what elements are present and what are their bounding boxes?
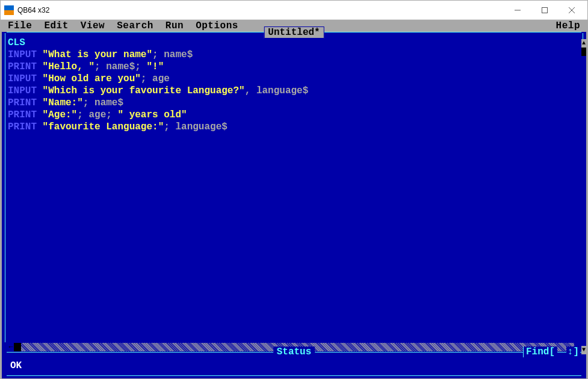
editor-body: CLSINPUT "What is your name"; name$PRINT… — [2, 33, 586, 342]
vertical-scrollbar[interactable]: ▲ ▼ — [581, 39, 586, 354]
code-token: language$ — [175, 122, 227, 132]
code-token: ; — [77, 109, 88, 120]
close-button[interactable] — [558, 1, 585, 19]
code-token: "Hello, " — [43, 61, 94, 72]
code-token: PRINT — [8, 61, 43, 72]
menu-options[interactable]: Options — [190, 20, 244, 31]
code-line[interactable]: INPUT "How old are you"; age — [8, 73, 580, 85]
menu-run[interactable]: Run — [159, 20, 190, 31]
close-icon — [569, 7, 575, 13]
editor-left-border — [2, 33, 7, 342]
scroll-thumb-v[interactable] — [581, 48, 586, 56]
status-message: OK — [7, 360, 581, 372]
code-token: ; — [135, 61, 146, 72]
scroll-down-icon[interactable]: ▼ — [581, 346, 586, 354]
menu-file[interactable]: File — [2, 20, 38, 31]
code-token: CLS — [8, 37, 25, 48]
window-title: QB64 x32 — [17, 6, 49, 14]
app-icon — [4, 5, 14, 15]
find-label[interactable]: Find[ — [523, 347, 557, 357]
code-token: PRINT — [8, 97, 43, 108]
code-line[interactable]: PRINT "Hello, "; name$; "!" — [8, 61, 580, 73]
code-token: "favourite Language:" — [43, 122, 164, 132]
scroll-thumb-h[interactable] — [14, 343, 21, 351]
minimize-button[interactable] — [504, 1, 531, 19]
code-editor[interactable]: CLSINPUT "What is your name"; name$PRINT… — [7, 33, 581, 342]
code-token: age — [88, 109, 106, 120]
code-token: "What is your name" — [43, 49, 152, 60]
status-label: Status — [273, 347, 315, 357]
code-token: PRINT — [8, 122, 43, 132]
menu-view[interactable]: View — [75, 20, 111, 31]
code-token: name$ — [106, 61, 135, 72]
code-token: ; — [141, 73, 152, 84]
code-token: "How old are you" — [43, 73, 141, 84]
code-line[interactable]: INPUT "Which is your favourite Language?… — [8, 85, 580, 97]
code-token: "Age:" — [43, 109, 78, 120]
maximize-icon — [542, 7, 548, 13]
code-line[interactable]: CLS — [8, 37, 580, 49]
code-token: "Name:" — [43, 97, 83, 108]
code-line[interactable]: INPUT "What is your name"; name$ — [8, 49, 580, 61]
titlebar[interactable]: QB64 x32 — [1, 1, 587, 20]
editor-bottom-border — [7, 375, 581, 376]
code-token: ; — [106, 109, 117, 120]
scroll-left-icon[interactable]: ← — [8, 343, 14, 351]
code-token: age — [152, 73, 170, 84]
code-token: language$ — [256, 85, 308, 96]
svg-rect-1 — [542, 7, 547, 13]
code-token: PRINT — [8, 109, 43, 120]
status-bar-border: Status Find[ ↕] — [7, 352, 581, 360]
code-token: ; — [152, 49, 164, 60]
menu-help[interactable]: Help — [550, 20, 586, 31]
ide-area: File Edit View Search Run Options Help U… — [1, 20, 587, 378]
editor-frame: Untitled* CLSINPUT "What is your name"; … — [2, 32, 586, 378]
code-token: name$ — [164, 49, 193, 60]
menu-edit[interactable]: Edit — [38, 20, 74, 31]
code-token: ; — [164, 122, 175, 132]
scroll-up-icon[interactable]: ▲ — [581, 39, 586, 48]
code-line[interactable]: PRINT "favourite Language:"; language$ — [8, 121, 580, 133]
code-token: INPUT — [8, 85, 43, 96]
code-token: ; — [83, 97, 94, 108]
code-token: name$ — [94, 97, 123, 108]
code-token: "Which is your favourite Language?" — [43, 85, 245, 96]
code-token: ; — [94, 61, 106, 72]
code-line[interactable]: PRINT "Age:"; age; " years old" — [8, 109, 580, 121]
code-token: INPUT — [8, 73, 43, 84]
menu-search[interactable]: Search — [111, 20, 159, 31]
code-token: , — [245, 85, 256, 96]
window-controls — [504, 1, 585, 19]
code-token: "!" — [146, 61, 164, 72]
maximize-button[interactable] — [531, 1, 558, 19]
updown-indicator[interactable]: ↕] — [566, 347, 580, 357]
code-line[interactable]: PRINT "Name:"; name$ — [8, 97, 580, 109]
code-token: INPUT — [8, 49, 43, 60]
code-token: " years old" — [117, 109, 187, 120]
app-window: QB64 x32 File Edit View Search Run Optio… — [0, 0, 588, 379]
minimize-icon — [515, 7, 521, 13]
